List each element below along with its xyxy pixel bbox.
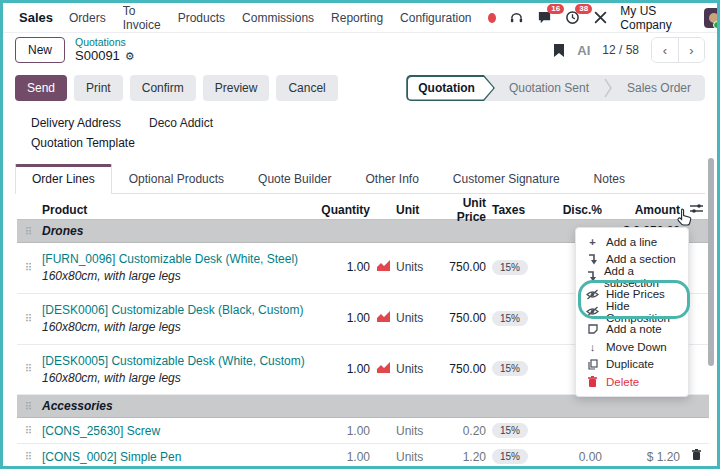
tax-badge[interactable]: 15% xyxy=(492,260,528,275)
nav-to-invoice[interactable]: To Invoice xyxy=(123,4,161,32)
drag-handle-icon[interactable]: ⠿ xyxy=(17,224,39,239)
product-link[interactable]: [FURN_0096] Customizable Desk (White, St… xyxy=(42,250,312,268)
nav-commissions[interactable]: Commissions xyxy=(242,11,314,25)
tax-badge[interactable]: 15% xyxy=(492,311,528,326)
drag-handle-icon[interactable]: ⠿ xyxy=(17,260,39,275)
delete-line-icon[interactable] xyxy=(683,447,709,466)
voip-headset-icon[interactable] xyxy=(509,9,524,27)
col-unit[interactable]: Unit xyxy=(393,201,439,219)
ai-icon[interactable]: AI xyxy=(577,43,590,58)
bookmark-icon[interactable] xyxy=(553,43,565,58)
quantity-value[interactable]: 1.00 xyxy=(315,309,373,327)
action-bar: Send Print Confirm Preview Cancel Quotat… xyxy=(3,67,717,110)
nav-configuration[interactable]: Configuration xyxy=(400,11,471,25)
col-unit-price[interactable]: Unit Price xyxy=(439,194,489,226)
drag-handle-icon[interactable]: ⠿ xyxy=(17,449,39,464)
app-name[interactable]: Sales xyxy=(19,10,53,25)
discount-value[interactable]: 0.00 xyxy=(529,448,605,466)
confirm-button[interactable]: Confirm xyxy=(130,75,196,101)
section-row-accessories[interactable]: ⠿ Accessories xyxy=(17,395,709,418)
section-menu-button[interactable] xyxy=(683,404,709,408)
unit-price-value[interactable]: 1.20 xyxy=(439,448,489,466)
unit-value[interactable]: Units xyxy=(393,360,439,378)
product-description[interactable]: 160x80cm, with large legs xyxy=(42,319,312,336)
tax-badge[interactable]: 15% xyxy=(492,361,528,376)
vertical-scrollbar[interactable] xyxy=(708,158,714,366)
unit-value[interactable]: Units xyxy=(393,422,439,440)
forecast-chart-icon[interactable] xyxy=(373,360,393,378)
status-quotation[interactable]: Quotation xyxy=(406,75,495,101)
status-chevron-icon xyxy=(603,75,613,101)
delivery-address-field: Delivery Address Deco Addict xyxy=(31,116,717,130)
pager-previous-button[interactable]: ‹ xyxy=(652,38,678,62)
breadcrumb-quotations[interactable]: Quotations xyxy=(75,37,135,49)
forecast-chart-icon[interactable] xyxy=(373,258,393,276)
col-product[interactable]: Product xyxy=(39,201,315,219)
product-link[interactable]: [CONS_25630] Screw xyxy=(42,424,160,438)
new-button[interactable]: New xyxy=(15,37,65,63)
quantity-value[interactable]: 1.00 xyxy=(315,448,373,466)
nav-products[interactable]: Products xyxy=(178,11,225,25)
unit-value[interactable]: Units xyxy=(393,448,439,466)
menu-move-down[interactable]: ↓ Move Down xyxy=(576,338,688,356)
drag-handle-icon[interactable]: ⠿ xyxy=(17,399,39,414)
subsection-arrow-icon xyxy=(586,271,597,282)
section-name[interactable]: Drones xyxy=(39,222,315,240)
product-link[interactable]: [DESK0006] Customizable Desk (Black, Cus… xyxy=(42,301,312,319)
menu-delete[interactable]: Delete xyxy=(576,373,688,391)
unit-value[interactable]: Units xyxy=(393,309,439,327)
quantity-value[interactable]: 1.00 xyxy=(315,258,373,276)
unit-price-value[interactable]: 0.20 xyxy=(439,422,489,440)
activities-clock-icon[interactable]: 38 xyxy=(565,9,580,27)
col-amount[interactable]: Amount xyxy=(605,201,683,219)
pager-next-button[interactable]: › xyxy=(678,38,704,62)
order-line-row[interactable]: ⠿ [CONS_0002] Simple Pen 1.00 Units 1.20… xyxy=(17,444,709,469)
nav-reporting[interactable]: Reporting xyxy=(331,11,383,25)
menu-add-a-line[interactable]: + Add a line xyxy=(576,233,688,251)
product-description[interactable]: 160x80cm, with large legs xyxy=(42,268,312,285)
messages-icon[interactable]: 16 xyxy=(537,9,552,27)
tax-badge[interactable]: 15% xyxy=(492,449,528,464)
drag-handle-icon[interactable]: ⠿ xyxy=(17,361,39,376)
tab-other-info[interactable]: Other Info xyxy=(348,164,435,193)
product-link[interactable]: [DESK0005] Customizable Desk (White, Cus… xyxy=(42,352,312,370)
col-taxes[interactable]: Taxes xyxy=(489,201,529,219)
send-button[interactable]: Send xyxy=(15,75,67,101)
forecast-chart-icon[interactable] xyxy=(373,309,393,327)
tab-optional-products[interactable]: Optional Products xyxy=(112,164,241,193)
section-name[interactable]: Accessories xyxy=(39,397,315,415)
drag-handle-icon[interactable]: ⠿ xyxy=(17,423,39,438)
preview-button[interactable]: Preview xyxy=(203,75,270,101)
unit-price-value[interactable]: 750.00 xyxy=(439,258,489,276)
tax-badge[interactable]: 15% xyxy=(492,423,528,438)
menu-add-a-subsection[interactable]: Add a subsection xyxy=(576,268,688,286)
quantity-value[interactable]: 1.00 xyxy=(315,422,373,440)
company-switcher[interactable]: My US Company xyxy=(620,4,691,32)
col-quantity[interactable]: Quantity xyxy=(315,201,373,219)
unit-price-value[interactable]: 750.00 xyxy=(439,309,489,327)
quantity-value[interactable]: 1.00 xyxy=(315,360,373,378)
gear-icon[interactable]: ⚙ xyxy=(125,50,135,62)
tab-notes[interactable]: Notes xyxy=(577,164,642,193)
status-quotation-sent[interactable]: Quotation Sent xyxy=(495,75,603,101)
tab-customer-signature[interactable]: Customer Signature xyxy=(436,164,577,193)
unit-value[interactable]: Units xyxy=(393,258,439,276)
product-link[interactable]: [CONS_0002] Simple Pen xyxy=(42,450,181,464)
drag-handle-icon[interactable]: ⠿ xyxy=(17,311,39,326)
cancel-button[interactable]: Cancel xyxy=(276,75,337,101)
print-button[interactable]: Print xyxy=(74,75,123,101)
order-line-row[interactable]: ⠿ [CONS_25630] Screw 1.00 Units 0.20 15% xyxy=(17,418,709,444)
menu-duplicate[interactable]: Duplicate xyxy=(576,356,688,374)
col-disc[interactable]: Disc.% xyxy=(529,201,605,219)
unit-price-value[interactable]: 750.00 xyxy=(439,360,489,378)
tab-quote-builder[interactable]: Quote Builder xyxy=(241,164,348,193)
delivery-address-value[interactable]: Deco Addict xyxy=(149,116,213,130)
status-sales-order[interactable]: Sales Order xyxy=(613,75,705,101)
tab-order-lines[interactable]: Order Lines xyxy=(15,164,112,194)
tools-icon[interactable] xyxy=(593,9,607,27)
optional-columns-icon[interactable] xyxy=(683,201,709,219)
nav-orders[interactable]: Orders xyxy=(69,11,106,25)
user-avatar[interactable] xyxy=(704,8,720,28)
menu-hide-composition[interactable]: Hide Composition xyxy=(576,303,688,321)
product-description[interactable]: 160x80cm, with large legs xyxy=(42,370,312,387)
